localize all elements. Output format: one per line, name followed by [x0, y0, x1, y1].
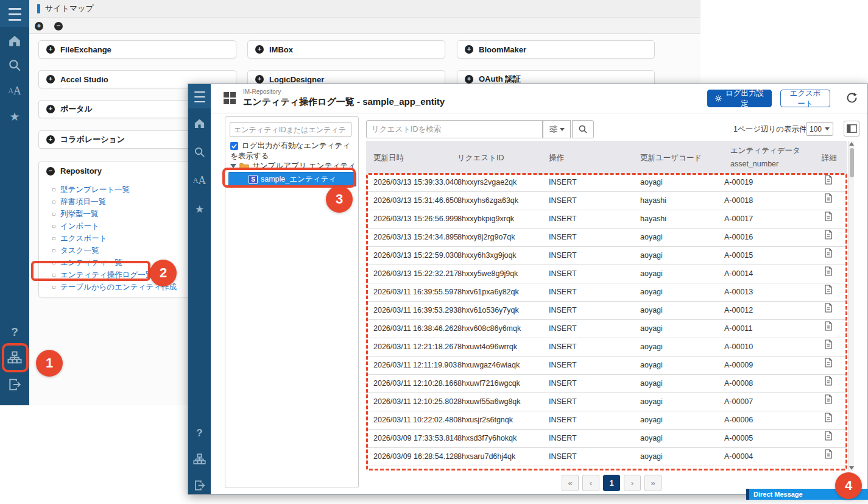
scroll-up-arrow-icon[interactable]	[849, 142, 854, 146]
menu-icon[interactable]	[0, 5, 29, 23]
detail-document-button[interactable]	[824, 448, 833, 466]
log-table-row[interactable]: 2026/03/13 15:22:32.2178hxxy5we8g9j9qkIN…	[366, 265, 847, 283]
cell-update-datetime: 2026/03/09 16:28:54.128	[373, 448, 458, 466]
pagination-current-page[interactable]: 1	[603, 475, 620, 491]
scroll-down-arrow-icon[interactable]	[849, 466, 854, 470]
detail-document-button[interactable]	[824, 320, 833, 338]
detail-document-button[interactable]	[824, 302, 833, 319]
favorites-icon[interactable]: ★	[188, 202, 211, 216]
direct-message-bar[interactable]: Direct Message	[746, 489, 868, 500]
repository-link-label: 型テンプレート一覧	[60, 185, 130, 195]
detail-document-button[interactable]	[824, 229, 833, 246]
cell-operation: INSERT	[549, 338, 577, 356]
detail-document-button[interactable]	[824, 192, 833, 210]
document-icon	[824, 358, 833, 367]
sitemap-icon[interactable]	[0, 350, 29, 367]
log-table-row[interactable]: 2026/03/09 16:28:54.1288hxsaru7d6hj4qkIN…	[366, 448, 847, 466]
detail-document-button[interactable]	[824, 357, 833, 374]
log-table-row[interactable]: 2026/03/13 15:26:56.9998hxxybkpig9xrqkIN…	[366, 210, 847, 229]
help-icon[interactable]: ?	[0, 324, 29, 340]
repository-link[interactable]: エンティティ操作ログ一覧	[52, 269, 153, 281]
table-scrollbar[interactable]	[848, 141, 854, 471]
detail-document-button[interactable]	[824, 174, 833, 191]
entity-square-icon: S	[249, 175, 258, 184]
text-size-icon[interactable]: AA	[188, 173, 211, 188]
repository-link[interactable]: 型テンプレート一覧	[52, 183, 130, 196]
pagination-last-button[interactable]: »	[644, 475, 662, 491]
search-icon[interactable]	[188, 144, 211, 159]
detail-document-button[interactable]	[824, 338, 833, 356]
tree-expander-icon[interactable]	[230, 164, 236, 168]
menu-icon[interactable]	[188, 90, 211, 104]
log-table-row[interactable]: 2026/03/13 15:31:46.6508hxxyhs6zga63qkIN…	[366, 192, 847, 210]
detail-document-button[interactable]	[824, 283, 833, 301]
sitemap-card-label: Accel Studio	[60, 75, 108, 84]
detail-document-button[interactable]	[824, 393, 833, 411]
cell-request-id: 8hxsaru7d6hj4qk	[457, 448, 515, 466]
detail-document-button[interactable]	[824, 210, 833, 228]
log-table-row[interactable]: 2026/03/11 16:39:53.2938hxv61o536y7yqkIN…	[366, 302, 847, 320]
export-button[interactable]: エクスポート	[780, 90, 830, 107]
detail-document-button[interactable]	[824, 430, 833, 447]
log-table-row[interactable]: 2026/03/11 12:21:18.2678hxuwt4o96wrrqkIN…	[366, 338, 847, 357]
log-table-row[interactable]: 2026/03/13 15:22:59.0308hxxy6h3xg9joqkIN…	[366, 247, 847, 265]
repository-link[interactable]: 辞書項目一覧	[52, 196, 106, 208]
log-table-row[interactable]: 2026/03/09 17:33:53.8148hxsd3f7y6hokqkIN…	[366, 430, 847, 448]
repository-link[interactable]: 列挙型一覧	[52, 208, 99, 220]
sitemap-card[interactable]: +FileExchange	[38, 40, 236, 59]
repository-link[interactable]: タスク一覧	[52, 244, 99, 257]
detail-document-button[interactable]	[824, 411, 833, 429]
log-table-row[interactable]: 2026/03/11 16:38:46.2628hxv608c86y6mqkIN…	[366, 320, 847, 338]
sitemap-icon[interactable]	[188, 452, 211, 467]
scrollbar-thumb[interactable]	[850, 148, 854, 177]
search-icon[interactable]	[0, 57, 29, 73]
entity-search-input[interactable]	[230, 122, 351, 137]
pagination-next-button[interactable]: ›	[624, 475, 641, 491]
cell-asset-number: A-00004	[724, 448, 753, 466]
home-icon[interactable]	[0, 33, 29, 49]
detail-document-button[interactable]	[824, 247, 833, 264]
cell-update-datetime: 2026/03/11 12:10:28.166	[373, 375, 457, 392]
repository-link[interactable]: テーブルからのエンティティ作成	[52, 281, 177, 293]
pagination-first-button[interactable]: «	[562, 475, 579, 491]
sitemap-card[interactable]: +IMBox	[247, 40, 445, 59]
log-table-row[interactable]: 2026/03/11 12:10:25.8028hxuwf55a6wg8qkIN…	[366, 393, 847, 411]
tree-entity-node-selected[interactable]: S sample_エンティティ	[228, 172, 356, 186]
detail-document-button[interactable]	[824, 375, 833, 392]
repository-link[interactable]: エンティティ一覧	[52, 257, 122, 269]
check-icon	[230, 142, 238, 150]
logout-icon[interactable]	[188, 477, 211, 493]
per-page-select[interactable]: 100	[806, 122, 833, 136]
search-filter-dropdown-button[interactable]	[543, 120, 571, 138]
pagination-prev-button[interactable]: ‹	[582, 475, 599, 491]
request-id-search-input[interactable]	[366, 120, 543, 138]
search-button[interactable]	[572, 120, 594, 138]
log-table-row[interactable]: 2026/03/11 12:10:28.1668hxuwf7216wgcqkIN…	[366, 375, 847, 393]
tree-folder-node[interactable]: サンプルアプリ エンティティ	[230, 161, 356, 171]
help-icon[interactable]: ?	[188, 426, 211, 441]
sitemap-card[interactable]: +BloomMaker	[457, 40, 655, 59]
cell-operation: INSERT	[549, 247, 577, 264]
logout-icon[interactable]	[0, 376, 29, 393]
log-table-row[interactable]: 2026/03/11 10:22:02.4808hxusjr2s6tgnqkIN…	[366, 411, 847, 430]
log-table-row[interactable]: 2026/03/11 12:11:19.9038hxuwgaz46wiaqkIN…	[366, 357, 847, 375]
cell-update-user-code: aoyagi	[640, 302, 663, 319]
repository-link[interactable]: エクスポート	[52, 232, 107, 244]
log-table-row[interactable]: 2026/03/13 15:39:33.0408hxxyrs2vgae2qkIN…	[366, 174, 847, 192]
log-output-settings-button[interactable]: ログ出力設定	[707, 90, 772, 107]
cell-update-datetime: 2026/03/11 12:21:18.267	[373, 338, 457, 356]
refresh-icon[interactable]	[846, 92, 858, 106]
repository-link[interactable]: インポート	[52, 220, 99, 232]
document-icon	[824, 303, 833, 313]
collapse-all-button[interactable]: −	[54, 22, 63, 30]
text-size-icon[interactable]: AA	[0, 83, 29, 99]
home-icon[interactable]	[188, 116, 211, 130]
log-enabled-checkbox[interactable]	[230, 142, 238, 150]
log-table-row[interactable]: 2026/03/11 16:39:55.5978hxv61pxa6y82qkIN…	[366, 283, 847, 302]
detail-document-button[interactable]	[824, 265, 833, 283]
favorites-icon[interactable]: ★	[0, 108, 29, 124]
expand-all-button[interactable]: +	[35, 22, 43, 30]
log-table-row[interactable]: 2026/03/13 15:24:34.8958hxxy8j2rg9o7qkIN…	[366, 229, 847, 247]
panel-toggle-button[interactable]	[844, 121, 859, 137]
cell-operation: INSERT	[549, 357, 577, 374]
